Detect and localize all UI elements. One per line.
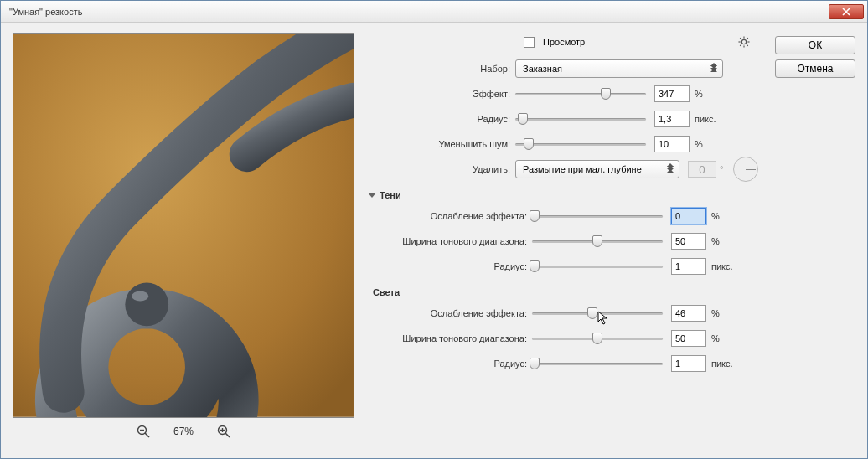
- svg-line-18: [740, 44, 741, 46]
- highlights-tonal-label: Ширина тонового диапазона:: [369, 333, 532, 343]
- radius-row: Радиус: пикс.: [369, 106, 760, 132]
- noise-slider[interactable]: [515, 137, 646, 152]
- preview-image[interactable]: [13, 33, 354, 418]
- shadows-fade-unit: %: [706, 211, 738, 221]
- remove-value: Размытие при мал. глубине: [523, 164, 642, 174]
- slider-thumb[interactable]: [530, 210, 540, 222]
- slider-thumb[interactable]: [518, 113, 528, 125]
- shadows-tonal-input[interactable]: [671, 233, 706, 250]
- dialog-window: "Умная" резкость: [0, 0, 868, 459]
- shadows-radius-input[interactable]: [671, 258, 706, 275]
- preview-content: [13, 34, 354, 417]
- shadows-radius-slider[interactable]: [532, 259, 663, 274]
- zoom-level: 67%: [173, 425, 194, 437]
- shadows-tonal-row: Ширина тонового диапазона: %: [369, 229, 760, 254]
- highlights-fade-input[interactable]: [671, 305, 706, 322]
- highlights-tonal-slider[interactable]: [532, 331, 663, 346]
- preview-checkbox[interactable]: [524, 37, 535, 48]
- dialog-body: 67% Просмотр: [1, 23, 867, 458]
- highlights-fade-slider[interactable]: [532, 306, 663, 321]
- noise-input[interactable]: [654, 136, 690, 152]
- gear-icon[interactable]: [738, 36, 750, 48]
- preset-select[interactable]: Заказная: [515, 59, 723, 78]
- slider-thumb[interactable]: [587, 307, 597, 319]
- titlebar: "Умная" резкость: [1, 1, 867, 23]
- shadows-tonal-unit: %: [706, 236, 738, 246]
- top-row: Просмотр: [369, 36, 760, 48]
- shadows-radius-label: Радиус:: [369, 261, 532, 271]
- angle-dial: [733, 157, 758, 182]
- shadows-fade-row: Ослабление эффекта: %: [369, 204, 760, 229]
- svg-line-16: [747, 44, 748, 46]
- settings-column: Просмотр Набор: Заказная: [369, 33, 760, 450]
- zoom-controls: 67%: [13, 425, 354, 438]
- shadows-radius-unit: пикс.: [706, 261, 738, 271]
- svg-line-17: [747, 38, 748, 39]
- radius-unit: пикс.: [690, 114, 721, 124]
- degree-symbol: °: [716, 164, 726, 174]
- preview-label: Просмотр: [543, 37, 585, 47]
- shadows-fade-slider[interactable]: [532, 209, 663, 224]
- close-icon: [842, 8, 850, 16]
- slider-thumb[interactable]: [592, 235, 602, 247]
- svg-point-1: [125, 283, 168, 327]
- select-arrows-icon: [667, 163, 674, 172]
- noise-row: Уменьшить шум: %: [369, 132, 760, 157]
- select-arrows-icon: [710, 63, 717, 71]
- amount-slider[interactable]: [515, 86, 646, 101]
- svg-line-7: [225, 433, 230, 437]
- shadows-tonal-label: Ширина тонового диапазона:: [369, 236, 532, 246]
- amount-input[interactable]: [654, 85, 690, 102]
- angle-input: [688, 161, 716, 178]
- slider-thumb[interactable]: [592, 333, 602, 344]
- amount-unit: %: [690, 89, 721, 99]
- svg-line-15: [740, 38, 741, 39]
- highlights-radius-unit: пикс.: [706, 358, 738, 369]
- preset-row: Набор: Заказная: [369, 56, 760, 81]
- highlights-fade-label: Ослабление эффекта:: [369, 308, 532, 318]
- shadows-radius-row: Радиус: пикс.: [369, 254, 760, 279]
- slider-thumb[interactable]: [530, 358, 540, 369]
- shadows-fade-input[interactable]: [671, 208, 706, 224]
- highlights-tonal-unit: %: [706, 333, 738, 343]
- highlights-radius-label: Радиус:: [369, 358, 532, 369]
- amount-label: Эффект:: [369, 89, 515, 99]
- ok-button[interactable]: ОК: [775, 36, 855, 54]
- window-close-button[interactable]: [829, 4, 864, 19]
- svg-line-4: [145, 433, 149, 437]
- amount-row: Эффект: %: [369, 81, 760, 106]
- slider-thumb[interactable]: [601, 88, 611, 100]
- highlights-radius-row: Радиус: пикс.: [369, 351, 760, 376]
- slider-thumb[interactable]: [524, 138, 534, 150]
- zoom-in-icon[interactable]: [217, 425, 230, 438]
- preset-value: Заказная: [523, 64, 562, 74]
- highlights-tonal-row: Ширина тонового диапазона: %: [369, 326, 760, 351]
- disclosure-icon[interactable]: [368, 193, 376, 198]
- highlights-fade-unit: %: [706, 308, 738, 318]
- svg-point-2: [132, 291, 148, 301]
- remove-row: Удалить: Размытие при мал. глубине °: [369, 157, 760, 182]
- noise-unit: %: [690, 139, 721, 149]
- shadows-fade-label: Ослабление эффекта:: [369, 211, 532, 221]
- noise-label: Уменьшить шум:: [369, 139, 515, 149]
- action-column: ОК Отмена: [775, 33, 855, 450]
- zoom-out-icon[interactable]: [137, 425, 150, 438]
- radius-slider[interactable]: [515, 111, 646, 126]
- radius-input[interactable]: [654, 111, 690, 127]
- highlights-header: Света: [373, 287, 760, 297]
- window-title: "Умная" резкость: [4, 7, 829, 17]
- cancel-button[interactable]: Отмена: [775, 59, 855, 78]
- highlights-radius-input[interactable]: [671, 355, 706, 372]
- shadows-tonal-slider[interactable]: [532, 234, 663, 249]
- radius-label: Радиус:: [369, 114, 515, 124]
- slider-thumb[interactable]: [530, 260, 540, 272]
- highlights-tonal-input[interactable]: [671, 330, 706, 347]
- highlights-radius-slider[interactable]: [532, 356, 663, 371]
- preset-label: Набор:: [369, 64, 515, 74]
- svg-point-10: [741, 39, 746, 44]
- highlights-title: Света: [373, 287, 400, 297]
- highlights-fade-row: Ослабление эффекта: %: [369, 301, 760, 326]
- shadows-title: Тени: [380, 190, 401, 200]
- remove-select[interactable]: Размытие при мал. глубине: [515, 160, 679, 178]
- remove-label: Удалить:: [369, 164, 515, 174]
